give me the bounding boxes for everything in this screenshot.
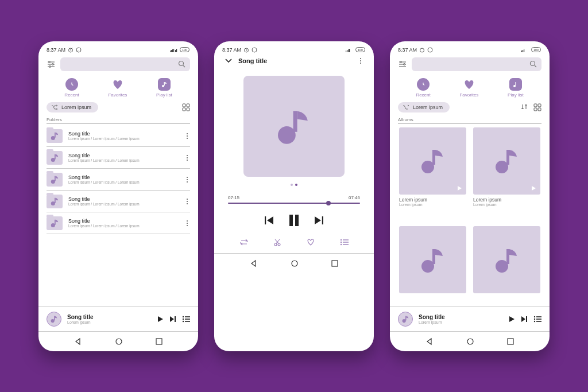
more-icon[interactable] bbox=[184, 220, 190, 226]
sliders-icon[interactable] bbox=[47, 60, 56, 69]
svg-rect-77 bbox=[536, 321, 541, 322]
list-item[interactable]: Song titleLorem ipsum / Lorem ipsum / Lo… bbox=[47, 191, 190, 212]
battery-icon: 100 bbox=[355, 47, 366, 52]
grid-view-icon[interactable] bbox=[182, 103, 190, 111]
list-item[interactable]: Song titleLorem ipsum / Lorem ipsum / Lo… bbox=[47, 125, 190, 147]
album-item[interactable] bbox=[399, 226, 466, 306]
recents-icon[interactable] bbox=[156, 338, 163, 345]
recents-icon[interactable] bbox=[507, 338, 514, 345]
svg-rect-79 bbox=[508, 339, 513, 344]
svg-rect-42 bbox=[289, 215, 293, 226]
recents-icon[interactable] bbox=[331, 260, 338, 267]
list-item[interactable]: Song titleLorem ipsum / Lorem ipsum / Lo… bbox=[47, 212, 190, 234]
svg-rect-58 bbox=[523, 50, 523, 52]
previous-icon[interactable] bbox=[264, 216, 274, 225]
svg-text:100: 100 bbox=[533, 48, 539, 52]
tab-playlist[interactable]: Play list bbox=[156, 78, 172, 98]
folder-icon bbox=[47, 129, 63, 143]
time-total: 07:46 bbox=[349, 195, 360, 200]
svg-rect-66 bbox=[515, 82, 516, 86]
heart-outline-icon[interactable] bbox=[306, 238, 315, 246]
signal-icon bbox=[346, 48, 354, 52]
next-icon[interactable] bbox=[314, 216, 324, 225]
mini-player[interactable]: Song titleLorem ipsum bbox=[38, 306, 198, 331]
shuffle-icon bbox=[51, 104, 58, 110]
tab-recent[interactable]: Recent bbox=[64, 78, 79, 98]
statusbar-time: 8:37 AM bbox=[47, 47, 65, 53]
home-icon[interactable] bbox=[115, 337, 123, 346]
svg-rect-8 bbox=[172, 49, 173, 52]
queue-icon[interactable] bbox=[533, 316, 541, 323]
tab-recent[interactable]: Recent bbox=[416, 78, 430, 98]
play-icon[interactable] bbox=[508, 316, 515, 323]
album-sub: Lorem ipsum bbox=[473, 203, 540, 207]
row-title: Song title bbox=[68, 174, 179, 180]
svg-rect-69 bbox=[534, 108, 537, 111]
svg-point-63 bbox=[404, 63, 405, 65]
pause-icon[interactable] bbox=[288, 214, 300, 227]
filter-chip[interactable]: Lorem ipsum bbox=[398, 102, 450, 112]
svg-point-17 bbox=[179, 61, 184, 66]
tab-favorites[interactable]: Favorites bbox=[108, 78, 127, 98]
folder-list: Song titleLorem ipsum / Lorem ipsum / Lo… bbox=[38, 125, 198, 306]
svg-point-72 bbox=[534, 316, 535, 317]
list-item[interactable]: Song titleLorem ipsum / Lorem ipsum / Lo… bbox=[47, 169, 190, 191]
queue-icon[interactable] bbox=[182, 316, 190, 323]
tab-label: Favorites bbox=[459, 92, 478, 98]
heart-icon bbox=[463, 79, 475, 90]
svg-rect-37 bbox=[348, 49, 349, 52]
album-item[interactable] bbox=[473, 226, 540, 306]
tab-playlist[interactable]: Play list bbox=[508, 78, 524, 98]
filter-chip[interactable]: Lorem ipsum bbox=[47, 102, 98, 112]
mini-player[interactable]: Song titleLorem ipsum bbox=[390, 306, 550, 331]
next-icon[interactable] bbox=[521, 316, 528, 323]
svg-text:100: 100 bbox=[358, 48, 363, 52]
album-art bbox=[399, 127, 466, 195]
sliders-icon[interactable] bbox=[398, 60, 407, 69]
list-item[interactable]: Song titleLorem ipsum / Lorem ipsum / Lo… bbox=[47, 147, 190, 169]
home-icon[interactable] bbox=[291, 259, 299, 267]
back-icon[interactable] bbox=[74, 337, 82, 346]
search-input[interactable] bbox=[412, 57, 541, 71]
progress-bar[interactable] bbox=[228, 203, 360, 204]
more-icon[interactable] bbox=[358, 58, 363, 64]
back-icon[interactable] bbox=[425, 337, 434, 346]
more-icon[interactable] bbox=[184, 133, 190, 139]
album-sub: Lorem ipsum bbox=[399, 203, 466, 207]
play-icon[interactable] bbox=[157, 316, 164, 323]
android-navbar bbox=[390, 331, 550, 351]
row-title: Song title bbox=[68, 153, 179, 158]
sort-icon[interactable] bbox=[521, 103, 528, 110]
svg-rect-7 bbox=[171, 50, 172, 52]
row-title: Song title bbox=[68, 131, 179, 137]
grid-view-icon[interactable] bbox=[533, 103, 541, 111]
album-item[interactable]: Lorem ipsumLorem ipsum bbox=[399, 127, 466, 220]
svg-point-62 bbox=[400, 61, 402, 63]
search-input[interactable] bbox=[60, 57, 190, 71]
svg-rect-23 bbox=[187, 108, 189, 111]
repeat-icon[interactable] bbox=[239, 238, 249, 246]
section-label: Albums bbox=[390, 116, 550, 123]
more-icon[interactable] bbox=[184, 199, 190, 204]
svg-point-55 bbox=[420, 48, 424, 52]
cut-icon[interactable] bbox=[273, 238, 281, 246]
progress-handle[interactable] bbox=[326, 201, 331, 205]
album-title: Lorem ipsum bbox=[473, 197, 540, 203]
signal-icon bbox=[521, 48, 529, 52]
queue-icon[interactable] bbox=[340, 239, 349, 246]
music-icon bbox=[161, 81, 168, 88]
svg-rect-10 bbox=[175, 50, 176, 52]
battery-icon: 100 bbox=[531, 47, 541, 52]
back-icon[interactable] bbox=[250, 259, 258, 267]
more-icon[interactable] bbox=[184, 177, 190, 183]
album-art bbox=[473, 226, 540, 293]
svg-point-45 bbox=[274, 243, 277, 246]
svg-rect-54 bbox=[332, 261, 338, 266]
chevron-down-icon[interactable] bbox=[225, 58, 233, 64]
tab-favorites[interactable]: Favorites bbox=[459, 78, 478, 98]
svg-point-49 bbox=[340, 241, 341, 242]
home-icon[interactable] bbox=[466, 337, 474, 346]
more-icon[interactable] bbox=[184, 155, 190, 161]
album-item[interactable]: Lorem ipsumLorem ipsum bbox=[473, 127, 540, 220]
next-icon[interactable] bbox=[169, 316, 176, 323]
